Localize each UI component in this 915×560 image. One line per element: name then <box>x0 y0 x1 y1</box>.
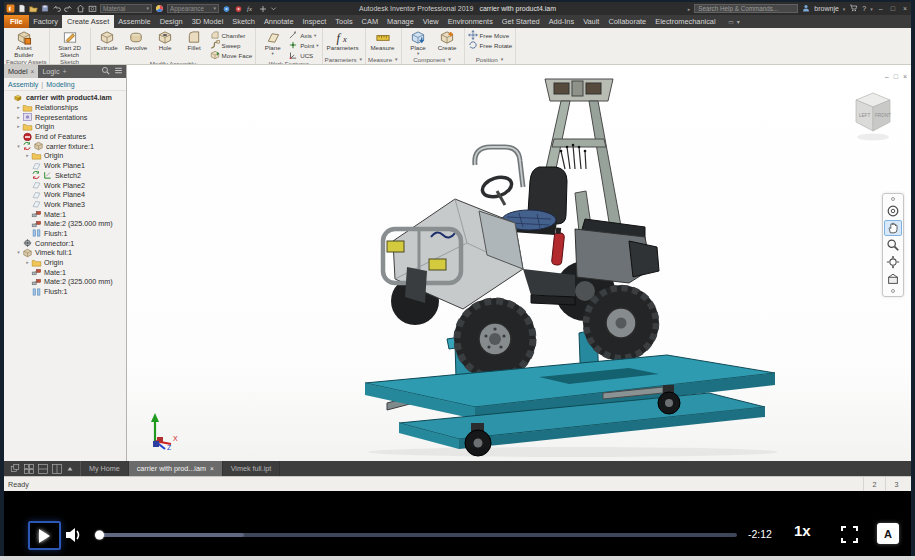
tree-item[interactable]: carrier with product4.iam <box>4 93 126 103</box>
fx-toggle-icon[interactable]: fx <box>246 2 256 15</box>
inventor-logo-icon[interactable] <box>6 2 15 15</box>
dropdown-caret-icon[interactable]: ▾ <box>316 43 318 48</box>
asset-builder-button[interactable]: Asset Builder <box>7 29 41 58</box>
tree-item[interactable]: Flush:1 <box>4 229 126 239</box>
viewcube-front-label[interactable]: FRONT <box>875 113 891 118</box>
panel-label-position[interactable]: Position▼ <box>465 55 516 64</box>
tree-item[interactable]: Work Plane3 <box>4 200 126 210</box>
dropdown-caret-icon[interactable]: ▾ <box>272 52 274 56</box>
tree-item[interactable]: ▾Vimek full:1 <box>4 248 126 258</box>
ribbon-tab-vault[interactable]: Vault <box>579 15 604 28</box>
browser-tab-model[interactable]: Model × <box>4 65 38 78</box>
help-caret-icon[interactable]: ▾ <box>870 6 873 12</box>
modeling-link[interactable]: Modeling <box>46 81 74 88</box>
add-tab-icon[interactable]: + <box>63 67 67 76</box>
adjust-blue-icon[interactable] <box>222 2 231 15</box>
search-input[interactable]: Search Help & Commands... <box>694 4 798 13</box>
adjust-red-icon[interactable] <box>234 2 243 15</box>
sweep-button[interactable]: Sweep <box>210 41 253 50</box>
tree-caret-icon[interactable]: ▸ <box>15 113 22 122</box>
free-move-button[interactable]: Free Move <box>468 31 513 40</box>
move-face-button[interactable]: Move Face <box>210 51 253 60</box>
ribbon-tab-manage[interactable]: Manage <box>383 15 419 28</box>
assembly-link[interactable]: Assembly <box>8 81 38 88</box>
tree-item[interactable]: Mate:1 <box>4 267 126 277</box>
tree-caret-icon[interactable]: ▸ <box>15 103 22 112</box>
create-button[interactable]: Create <box>434 29 461 52</box>
start-2d-sketch-button[interactable]: Start 2D Sketch <box>53 29 87 58</box>
doc-minimize-button[interactable]: – <box>885 73 889 80</box>
ribbon-tab-collaborate[interactable]: Collaborate <box>604 15 651 28</box>
tree-item[interactable]: Flush:1 <box>4 287 126 297</box>
ribbon-tab-factory[interactable]: Factory <box>29 15 63 28</box>
accessibility-button[interactable]: A <box>877 523 899 544</box>
minimize-button[interactable]: – <box>877 5 885 12</box>
appearance-select[interactable]: Appearance▾ <box>167 4 219 13</box>
panel-dropdown-icon[interactable]: ▼ <box>359 57 363 62</box>
ribbon-tab-environments[interactable]: Environments <box>443 15 497 28</box>
tile-grid-icon[interactable] <box>24 464 34 474</box>
revolve-button[interactable]: Revolve <box>123 29 150 52</box>
ribbon-tab-design[interactable]: Design <box>155 15 187 28</box>
open-file-icon[interactable] <box>29 2 38 15</box>
store-cart-icon[interactable] <box>849 4 858 13</box>
tree-caret-icon[interactable]: ▸ <box>24 258 31 267</box>
user-caret-icon[interactable]: ▾ <box>843 6 846 12</box>
ribbon-tab-3d-model[interactable]: 3D Model <box>187 15 228 28</box>
dropdown-caret-icon[interactable]: ▾ <box>314 33 316 38</box>
ribbon-tab-file[interactable]: File <box>4 15 29 28</box>
tree-item[interactable]: Work Plane1 <box>4 161 126 171</box>
parameters-button[interactable]: fxParameters <box>326 29 360 52</box>
document-tab[interactable]: Vimek full.ipt <box>223 461 281 476</box>
browser-tab-logic[interactable]: Logic + <box>38 65 70 78</box>
tree-item[interactable]: ▸Origin <box>4 151 126 161</box>
ribbon-display-options[interactable]: ▭▾ <box>722 15 746 28</box>
hamburger-menu-icon[interactable] <box>114 66 123 77</box>
panel-dropdown-icon[interactable]: ▼ <box>500 57 504 62</box>
panel-dropdown-icon[interactable]: ▼ <box>394 57 398 62</box>
ribbon-tab-inspect[interactable]: Inspect <box>298 15 331 28</box>
pan-hand-button[interactable] <box>884 220 902 236</box>
tree-item[interactable]: ▸Representations <box>4 112 126 122</box>
tree-item[interactable]: Mate:2 (325.000 mm) <box>4 277 126 287</box>
doc-close-button[interactable]: × <box>903 73 907 80</box>
tree-item[interactable]: Work Plane2 <box>4 180 126 190</box>
customize-caret-icon[interactable] <box>270 2 277 15</box>
ribbon-tab-add-ins[interactable]: Add-Ins <box>544 15 578 28</box>
axis-button[interactable]: Axis▾ <box>288 31 318 40</box>
progress-bar[interactable] <box>97 533 737 537</box>
ribbon-tab-create-asset[interactable]: Create Asset <box>62 15 113 28</box>
ribbon-tab-get-started[interactable]: Get Started <box>497 15 544 28</box>
tree-item[interactable]: Sketch2 <box>4 171 126 181</box>
color-wheel-icon[interactable] <box>155 2 164 15</box>
ucs-button[interactable]: UCS <box>288 51 318 60</box>
new-file-icon[interactable] <box>18 2 26 15</box>
tree-item[interactable]: ▸Origin <box>4 122 126 132</box>
close-icon[interactable]: × <box>210 465 214 472</box>
add-icon[interactable] <box>259 2 267 15</box>
panel-label-parameters[interactable]: Parameters▼ <box>323 55 365 64</box>
undo-icon[interactable] <box>52 2 61 15</box>
tree-item[interactable]: Mate:2 (325.000 mm) <box>4 219 126 229</box>
tree-item[interactable]: Connector:1 <box>4 238 126 248</box>
playback-speed-button[interactable]: 1x <box>794 522 811 539</box>
navigation-wheel-button[interactable] <box>884 203 902 219</box>
plane-button[interactable]: Plane▾ <box>259 29 286 56</box>
fullscreen-button[interactable] <box>841 526 858 543</box>
assembly-3d-model[interactable] <box>317 71 777 459</box>
tree-item[interactable]: Mate:1 <box>4 209 126 219</box>
chamfer-button[interactable]: Chamfer <box>210 31 253 40</box>
panel-dropdown-icon[interactable]: ▼ <box>447 57 451 62</box>
panel-label-component[interactable]: Component▼ <box>402 56 464 64</box>
close-icon[interactable]: × <box>31 68 35 75</box>
tree-caret-icon[interactable]: ▸ <box>15 122 22 131</box>
tree-item[interactable]: ▾carrier fixture:1 <box>4 141 126 151</box>
place-button[interactable]: Place▾ <box>405 29 432 56</box>
save-icon[interactable] <box>41 2 49 15</box>
panel-label-measure[interactable]: Measure▼ <box>366 55 401 64</box>
signed-in-user[interactable]: brownje <box>814 5 839 12</box>
split-vertical-icon[interactable] <box>52 464 62 474</box>
ribbon-tab-tools[interactable]: Tools <box>331 15 357 28</box>
tree-caret-icon[interactable]: ▸ <box>24 151 31 160</box>
volume-button[interactable] <box>65 527 83 543</box>
